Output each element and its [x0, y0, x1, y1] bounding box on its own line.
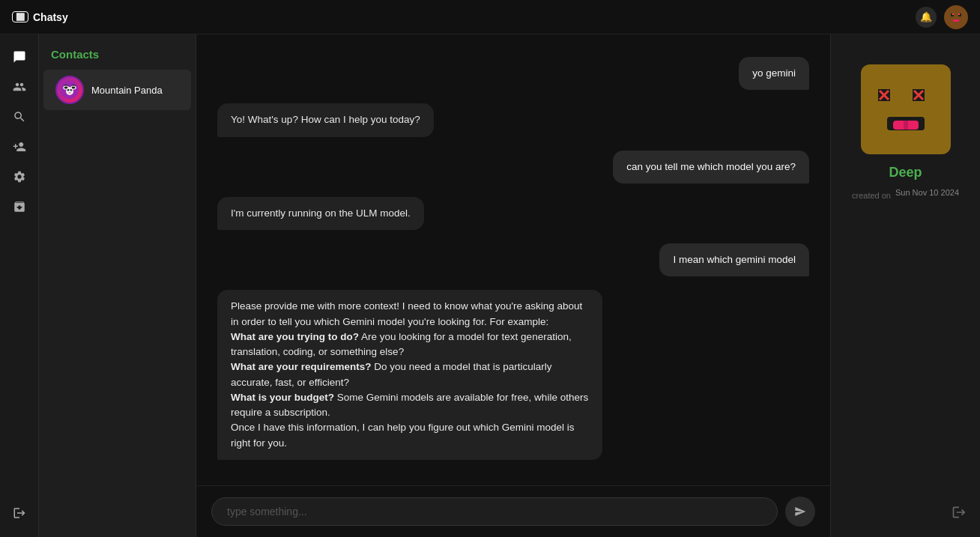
svg-rect-4	[958, 13, 960, 15]
notification-btn[interactable]: 🔔	[916, 7, 937, 28]
sidebar-item-search[interactable]	[6, 103, 33, 130]
created-date: Sun Nov 10 2024	[895, 188, 959, 197]
msg-bubble-1: yo gemini	[739, 57, 809, 90]
app-name-label: Chatsy	[33, 11, 68, 23]
send-icon	[794, 506, 806, 518]
msg6-bold3: What is your budget?	[231, 392, 334, 403]
contacts-panel: Contacts Mountain Panda	[39, 34, 196, 537]
msg-bubble-6: Please provide me with more context! I n…	[217, 290, 602, 460]
sidebar-item-archive[interactable]	[6, 193, 33, 220]
msg-row-3: can you tell me which model you are?	[217, 151, 809, 183]
add-user-icon	[13, 140, 26, 154]
right-panel: Deep created on Sun Nov 10 2024	[830, 34, 980, 537]
user-face-icon	[948, 9, 964, 25]
msg-text-2: Yo! What's up? How can I help you today?	[231, 114, 420, 125]
msg-bubble-3: can you tell me which model you are?	[613, 151, 809, 183]
search-icon	[13, 110, 26, 124]
msg-text-3: can you tell me which model you are?	[626, 161, 796, 172]
settings-icon	[13, 170, 26, 183]
contact-item-mountain-panda[interactable]: Mountain Panda	[43, 70, 191, 110]
exit-icon	[952, 505, 967, 520]
svg-rect-5	[953, 19, 959, 22]
contact-name-mountain-panda: Mountain Panda	[91, 85, 163, 96]
msg-text-1: yo gemini	[752, 67, 796, 79]
chat-area: yo gemini Yo! What's up? How can I help …	[196, 34, 830, 537]
bot-pixel-face	[865, 68, 947, 151]
logo-box: ⬜	[12, 11, 28, 22]
msg-row-6: Please provide me with more context! I n…	[217, 290, 809, 460]
exit-btn[interactable]	[952, 505, 967, 524]
topbar: ⬜ Chatsy 🔔	[0, 0, 980, 34]
msg-bubble-4: I'm currently running on the ULM model.	[217, 197, 424, 230]
app-title: ⬜ Chatsy	[12, 11, 68, 23]
sidebar-item-settings[interactable]	[6, 163, 33, 190]
created-label: created on	[852, 191, 891, 200]
sidebar-item-add-user[interactable]	[6, 133, 33, 160]
archive-icon	[13, 200, 26, 213]
user-avatar-topbar[interactable]	[944, 5, 968, 29]
logout-icon	[13, 506, 26, 520]
msg-row-2: Yo! What's up? How can I help you today?	[217, 103, 809, 136]
svg-point-12	[68, 92, 71, 94]
send-button[interactable]	[785, 497, 815, 527]
msg-row-1: yo gemini	[217, 57, 809, 90]
panda-avatar-icon	[59, 79, 80, 100]
bot-name: Deep	[889, 165, 922, 180]
contact-avatar-mountain-panda	[55, 76, 84, 104]
chat-input-area	[196, 485, 830, 537]
sidebar-item-chat[interactable]	[6, 43, 33, 70]
msg-text-4: I'm currently running on the ULM model.	[231, 207, 411, 219]
created-info: created on Sun Nov 10 2024	[852, 185, 959, 200]
logout-btn[interactable]	[6, 500, 33, 527]
msg-row-5: I mean which gemini model	[217, 243, 809, 276]
chat-messages: yo gemini Yo! What's up? How can I help …	[196, 34, 830, 485]
svg-rect-16	[865, 68, 947, 151]
msg-bubble-2: Yo! What's up? How can I help you today?	[217, 103, 434, 136]
sidebar-item-contacts[interactable]	[6, 73, 33, 100]
sidebar-icons	[0, 34, 39, 537]
msg-bubble-5: I mean which gemini model	[659, 243, 809, 276]
chat-input[interactable]	[211, 497, 778, 526]
svg-rect-0	[948, 9, 964, 25]
bot-avatar	[861, 64, 951, 154]
chat-icon	[13, 50, 26, 64]
svg-rect-3	[952, 13, 954, 15]
contacts-title: Contacts	[39, 42, 196, 70]
msg6-bold1: What are you trying to do?	[231, 331, 359, 342]
svg-rect-32	[904, 121, 908, 130]
contacts-icon	[13, 80, 26, 94]
msg-row-4: I'm currently running on the ULM model.	[217, 197, 809, 230]
msg6-bold2: What are your requirements?	[231, 361, 372, 372]
msg-text-5: I mean which gemini model	[673, 254, 796, 265]
